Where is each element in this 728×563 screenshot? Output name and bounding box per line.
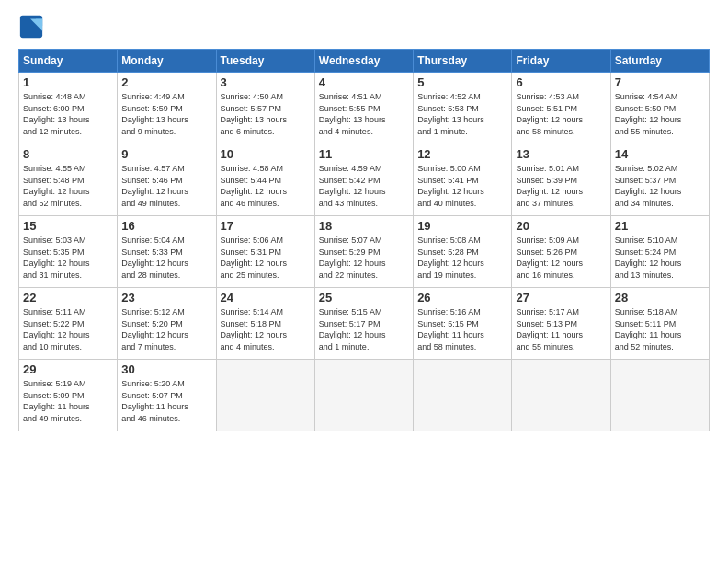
calendar-cell: 23Sunrise: 5:12 AMSunset: 5:20 PMDayligh… <box>118 288 216 360</box>
week-row-5: 29Sunrise: 5:19 AMSunset: 5:09 PMDayligh… <box>19 360 710 431</box>
cell-info: Sunrise: 5:18 AMSunset: 5:11 PMDaylight:… <box>615 306 705 352</box>
day-number: 21 <box>615 219 705 233</box>
day-number: 25 <box>319 291 409 304</box>
cell-info: Sunrise: 5:08 AMSunset: 5:28 PMDaylight:… <box>417 235 507 281</box>
calendar-cell: 1Sunrise: 4:48 AMSunset: 6:00 PMDaylight… <box>19 73 118 144</box>
day-number: 15 <box>23 219 113 233</box>
calendar-cell: 18Sunrise: 5:07 AMSunset: 5:29 PMDayligh… <box>314 216 413 288</box>
calendar-cell: 26Sunrise: 5:16 AMSunset: 5:15 PMDayligh… <box>414 288 512 360</box>
day-number: 16 <box>121 219 211 233</box>
calendar-cell: 27Sunrise: 5:17 AMSunset: 5:13 PMDayligh… <box>512 288 610 360</box>
week-row-3: 15Sunrise: 5:03 AMSunset: 5:35 PMDayligh… <box>19 216 710 288</box>
calendar-cell: 25Sunrise: 5:15 AMSunset: 5:17 PMDayligh… <box>314 288 413 360</box>
cell-info: Sunrise: 5:07 AMSunset: 5:29 PMDaylight:… <box>319 235 409 281</box>
col-header-friday: Friday <box>512 50 610 73</box>
day-number: 11 <box>319 147 409 161</box>
cell-info: Sunrise: 5:17 AMSunset: 5:13 PMDaylight:… <box>516 306 606 352</box>
day-number: 13 <box>516 147 606 161</box>
cell-info: Sunrise: 5:03 AMSunset: 5:35 PMDaylight:… <box>23 235 113 281</box>
cell-info: Sunrise: 4:50 AMSunset: 5:57 PMDaylight:… <box>221 91 311 137</box>
calendar-cell: 29Sunrise: 5:19 AMSunset: 5:09 PMDayligh… <box>19 360 118 431</box>
cell-info: Sunrise: 4:59 AMSunset: 5:42 PMDaylight:… <box>319 163 409 209</box>
calendar-body: 1Sunrise: 4:48 AMSunset: 6:00 PMDaylight… <box>19 73 710 431</box>
calendar-cell <box>216 360 314 431</box>
cell-info: Sunrise: 5:15 AMSunset: 5:17 PMDaylight:… <box>319 306 409 352</box>
cell-info: Sunrise: 5:04 AMSunset: 5:33 PMDaylight:… <box>121 235 211 281</box>
day-number: 8 <box>23 147 113 161</box>
day-number: 27 <box>516 291 606 304</box>
header <box>18 14 710 40</box>
day-number: 4 <box>319 75 409 89</box>
calendar-cell: 21Sunrise: 5:10 AMSunset: 5:24 PMDayligh… <box>610 216 709 288</box>
cell-info: Sunrise: 5:12 AMSunset: 5:20 PMDaylight:… <box>121 306 211 352</box>
col-header-wednesday: Wednesday <box>314 50 413 73</box>
page: SundayMondayTuesdayWednesdayThursdayFrid… <box>0 0 728 563</box>
day-number: 18 <box>319 219 409 233</box>
cell-info: Sunrise: 4:55 AMSunset: 5:48 PMDaylight:… <box>23 163 113 209</box>
cell-info: Sunrise: 4:54 AMSunset: 5:50 PMDaylight:… <box>615 91 705 137</box>
calendar-cell: 17Sunrise: 5:06 AMSunset: 5:31 PMDayligh… <box>216 216 314 288</box>
calendar-cell <box>610 360 709 431</box>
day-number: 5 <box>417 75 507 89</box>
col-header-thursday: Thursday <box>414 50 512 73</box>
calendar-cell: 4Sunrise: 4:51 AMSunset: 5:55 PMDaylight… <box>314 73 413 144</box>
day-number: 14 <box>615 147 705 161</box>
day-number: 19 <box>417 219 507 233</box>
calendar-cell <box>414 360 512 431</box>
cell-info: Sunrise: 4:52 AMSunset: 5:53 PMDaylight:… <box>417 91 507 137</box>
day-number: 7 <box>615 75 705 89</box>
calendar-cell <box>314 360 413 431</box>
calendar-cell: 24Sunrise: 5:14 AMSunset: 5:18 PMDayligh… <box>216 288 314 360</box>
logo <box>18 14 48 40</box>
day-number: 20 <box>516 219 606 233</box>
week-row-4: 22Sunrise: 5:11 AMSunset: 5:22 PMDayligh… <box>19 288 710 360</box>
calendar-cell: 22Sunrise: 5:11 AMSunset: 5:22 PMDayligh… <box>19 288 118 360</box>
day-number: 28 <box>615 291 705 304</box>
calendar-cell: 15Sunrise: 5:03 AMSunset: 5:35 PMDayligh… <box>19 216 118 288</box>
calendar-header-row: SundayMondayTuesdayWednesdayThursdayFrid… <box>19 50 710 73</box>
day-number: 26 <box>417 291 507 304</box>
cell-info: Sunrise: 5:20 AMSunset: 5:07 PMDaylight:… <box>121 378 211 424</box>
col-header-tuesday: Tuesday <box>216 50 314 73</box>
day-number: 1 <box>23 75 113 89</box>
col-header-sunday: Sunday <box>19 50 118 73</box>
calendar-cell: 11Sunrise: 4:59 AMSunset: 5:42 PMDayligh… <box>314 144 413 216</box>
day-number: 12 <box>417 147 507 161</box>
calendar-cell: 19Sunrise: 5:08 AMSunset: 5:28 PMDayligh… <box>414 216 512 288</box>
cell-info: Sunrise: 5:06 AMSunset: 5:31 PMDaylight:… <box>221 235 311 281</box>
logo-icon <box>18 14 44 40</box>
day-number: 2 <box>121 75 211 89</box>
cell-info: Sunrise: 5:11 AMSunset: 5:22 PMDaylight:… <box>23 306 113 352</box>
calendar-cell: 28Sunrise: 5:18 AMSunset: 5:11 PMDayligh… <box>610 288 709 360</box>
calendar-cell: 3Sunrise: 4:50 AMSunset: 5:57 PMDaylight… <box>216 73 314 144</box>
cell-info: Sunrise: 4:48 AMSunset: 6:00 PMDaylight:… <box>23 91 113 137</box>
calendar-cell: 14Sunrise: 5:02 AMSunset: 5:37 PMDayligh… <box>610 144 709 216</box>
cell-info: Sunrise: 4:53 AMSunset: 5:51 PMDaylight:… <box>516 91 606 137</box>
calendar-cell: 9Sunrise: 4:57 AMSunset: 5:46 PMDaylight… <box>118 144 216 216</box>
week-row-2: 8Sunrise: 4:55 AMSunset: 5:48 PMDaylight… <box>19 144 710 216</box>
calendar-cell: 10Sunrise: 4:58 AMSunset: 5:44 PMDayligh… <box>216 144 314 216</box>
cell-info: Sunrise: 5:16 AMSunset: 5:15 PMDaylight:… <box>417 306 507 352</box>
day-number: 22 <box>23 291 113 304</box>
day-number: 10 <box>221 147 311 161</box>
day-number: 17 <box>221 219 311 233</box>
col-header-monday: Monday <box>118 50 216 73</box>
cell-info: Sunrise: 5:02 AMSunset: 5:37 PMDaylight:… <box>615 163 705 209</box>
cell-info: Sunrise: 5:09 AMSunset: 5:26 PMDaylight:… <box>516 235 606 281</box>
calendar-cell: 30Sunrise: 5:20 AMSunset: 5:07 PMDayligh… <box>118 360 216 431</box>
cell-info: Sunrise: 5:14 AMSunset: 5:18 PMDaylight:… <box>221 306 311 352</box>
day-number: 24 <box>221 291 311 304</box>
cell-info: Sunrise: 5:19 AMSunset: 5:09 PMDaylight:… <box>23 378 113 424</box>
cell-info: Sunrise: 5:00 AMSunset: 5:41 PMDaylight:… <box>417 163 507 209</box>
cell-info: Sunrise: 5:01 AMSunset: 5:39 PMDaylight:… <box>516 163 606 209</box>
calendar-cell: 16Sunrise: 5:04 AMSunset: 5:33 PMDayligh… <box>118 216 216 288</box>
calendar-table: SundayMondayTuesdayWednesdayThursdayFrid… <box>18 49 710 431</box>
calendar-cell: 7Sunrise: 4:54 AMSunset: 5:50 PMDaylight… <box>610 73 709 144</box>
day-number: 3 <box>221 75 311 89</box>
day-number: 23 <box>121 291 211 304</box>
day-number: 30 <box>121 362 211 376</box>
calendar-cell: 5Sunrise: 4:52 AMSunset: 5:53 PMDaylight… <box>414 73 512 144</box>
cell-info: Sunrise: 4:51 AMSunset: 5:55 PMDaylight:… <box>319 91 409 137</box>
calendar-cell: 20Sunrise: 5:09 AMSunset: 5:26 PMDayligh… <box>512 216 610 288</box>
calendar-cell: 8Sunrise: 4:55 AMSunset: 5:48 PMDaylight… <box>19 144 118 216</box>
